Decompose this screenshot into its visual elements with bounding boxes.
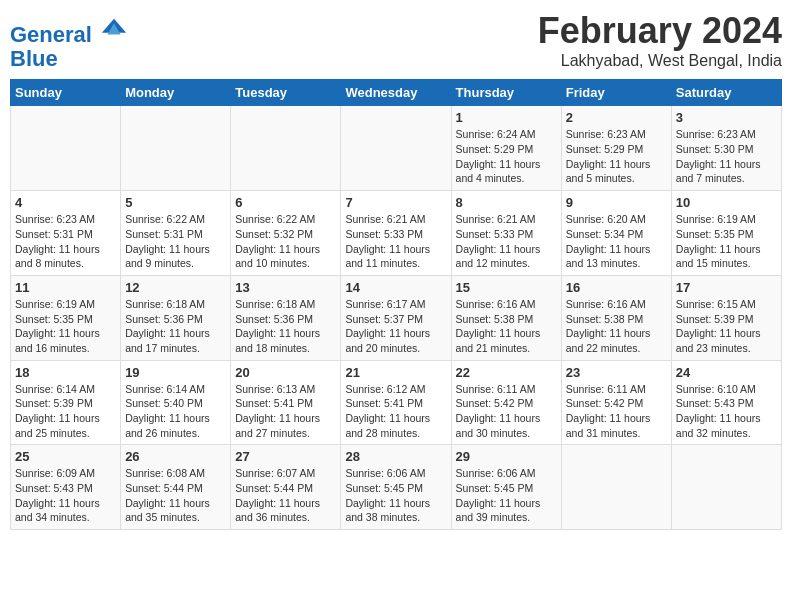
calendar-week-1: 4Sunrise: 6:23 AM Sunset: 5:31 PM Daylig…	[11, 191, 782, 276]
calendar-cell	[671, 445, 781, 530]
day-info: Sunrise: 6:21 AM Sunset: 5:33 PM Dayligh…	[456, 212, 557, 271]
day-number: 11	[15, 280, 116, 295]
day-info: Sunrise: 6:19 AM Sunset: 5:35 PM Dayligh…	[15, 297, 116, 356]
day-number: 2	[566, 110, 667, 125]
calendar-cell: 28Sunrise: 6:06 AM Sunset: 5:45 PM Dayli…	[341, 445, 451, 530]
calendar-cell: 29Sunrise: 6:06 AM Sunset: 5:45 PM Dayli…	[451, 445, 561, 530]
calendar-cell: 19Sunrise: 6:14 AM Sunset: 5:40 PM Dayli…	[121, 360, 231, 445]
calendar-cell: 17Sunrise: 6:15 AM Sunset: 5:39 PM Dayli…	[671, 275, 781, 360]
day-info: Sunrise: 6:13 AM Sunset: 5:41 PM Dayligh…	[235, 382, 336, 441]
logo-general: General	[10, 22, 92, 47]
day-number: 10	[676, 195, 777, 210]
calendar-week-0: 1Sunrise: 6:24 AM Sunset: 5:29 PM Daylig…	[11, 106, 782, 191]
weekday-header-sunday: Sunday	[11, 80, 121, 106]
day-number: 27	[235, 449, 336, 464]
calendar-cell: 22Sunrise: 6:11 AM Sunset: 5:42 PM Dayli…	[451, 360, 561, 445]
day-info: Sunrise: 6:10 AM Sunset: 5:43 PM Dayligh…	[676, 382, 777, 441]
calendar-cell: 6Sunrise: 6:22 AM Sunset: 5:32 PM Daylig…	[231, 191, 341, 276]
day-info: Sunrise: 6:11 AM Sunset: 5:42 PM Dayligh…	[456, 382, 557, 441]
day-info: Sunrise: 6:08 AM Sunset: 5:44 PM Dayligh…	[125, 466, 226, 525]
calendar-cell: 13Sunrise: 6:18 AM Sunset: 5:36 PM Dayli…	[231, 275, 341, 360]
day-number: 22	[456, 365, 557, 380]
day-info: Sunrise: 6:15 AM Sunset: 5:39 PM Dayligh…	[676, 297, 777, 356]
day-info: Sunrise: 6:07 AM Sunset: 5:44 PM Dayligh…	[235, 466, 336, 525]
calendar-cell: 23Sunrise: 6:11 AM Sunset: 5:42 PM Dayli…	[561, 360, 671, 445]
day-info: Sunrise: 6:23 AM Sunset: 5:29 PM Dayligh…	[566, 127, 667, 186]
calendar-cell	[561, 445, 671, 530]
day-info: Sunrise: 6:23 AM Sunset: 5:30 PM Dayligh…	[676, 127, 777, 186]
page-header: General Blue February 2024 Lakhyabad, We…	[10, 10, 782, 71]
weekday-header-row: SundayMondayTuesdayWednesdayThursdayFrid…	[11, 80, 782, 106]
logo-blue: Blue	[10, 47, 128, 71]
calendar-cell: 1Sunrise: 6:24 AM Sunset: 5:29 PM Daylig…	[451, 106, 561, 191]
logo: General Blue	[10, 14, 128, 71]
calendar-cell: 16Sunrise: 6:16 AM Sunset: 5:38 PM Dayli…	[561, 275, 671, 360]
calendar-cell: 26Sunrise: 6:08 AM Sunset: 5:44 PM Dayli…	[121, 445, 231, 530]
day-info: Sunrise: 6:20 AM Sunset: 5:34 PM Dayligh…	[566, 212, 667, 271]
day-number: 7	[345, 195, 446, 210]
calendar-cell: 5Sunrise: 6:22 AM Sunset: 5:31 PM Daylig…	[121, 191, 231, 276]
day-number: 1	[456, 110, 557, 125]
calendar-cell: 21Sunrise: 6:12 AM Sunset: 5:41 PM Dayli…	[341, 360, 451, 445]
calendar-cell: 18Sunrise: 6:14 AM Sunset: 5:39 PM Dayli…	[11, 360, 121, 445]
calendar-cell	[231, 106, 341, 191]
day-number: 6	[235, 195, 336, 210]
calendar-week-2: 11Sunrise: 6:19 AM Sunset: 5:35 PM Dayli…	[11, 275, 782, 360]
day-info: Sunrise: 6:11 AM Sunset: 5:42 PM Dayligh…	[566, 382, 667, 441]
day-info: Sunrise: 6:16 AM Sunset: 5:38 PM Dayligh…	[566, 297, 667, 356]
day-number: 3	[676, 110, 777, 125]
calendar-cell: 12Sunrise: 6:18 AM Sunset: 5:36 PM Dayli…	[121, 275, 231, 360]
calendar-cell	[341, 106, 451, 191]
calendar-cell: 9Sunrise: 6:20 AM Sunset: 5:34 PM Daylig…	[561, 191, 671, 276]
weekday-header-friday: Friday	[561, 80, 671, 106]
day-number: 16	[566, 280, 667, 295]
calendar-cell: 24Sunrise: 6:10 AM Sunset: 5:43 PM Dayli…	[671, 360, 781, 445]
day-number: 20	[235, 365, 336, 380]
logo-icon	[100, 14, 128, 42]
weekday-header-saturday: Saturday	[671, 80, 781, 106]
day-info: Sunrise: 6:14 AM Sunset: 5:39 PM Dayligh…	[15, 382, 116, 441]
day-number: 21	[345, 365, 446, 380]
day-number: 25	[15, 449, 116, 464]
page-subtitle: Lakhyabad, West Bengal, India	[538, 52, 782, 70]
day-info: Sunrise: 6:09 AM Sunset: 5:43 PM Dayligh…	[15, 466, 116, 525]
day-info: Sunrise: 6:14 AM Sunset: 5:40 PM Dayligh…	[125, 382, 226, 441]
calendar-cell: 10Sunrise: 6:19 AM Sunset: 5:35 PM Dayli…	[671, 191, 781, 276]
day-number: 28	[345, 449, 446, 464]
day-info: Sunrise: 6:06 AM Sunset: 5:45 PM Dayligh…	[456, 466, 557, 525]
day-number: 12	[125, 280, 226, 295]
calendar-cell	[11, 106, 121, 191]
page-title: February 2024	[538, 10, 782, 52]
day-number: 13	[235, 280, 336, 295]
day-info: Sunrise: 6:22 AM Sunset: 5:32 PM Dayligh…	[235, 212, 336, 271]
day-number: 14	[345, 280, 446, 295]
day-number: 29	[456, 449, 557, 464]
calendar-cell: 2Sunrise: 6:23 AM Sunset: 5:29 PM Daylig…	[561, 106, 671, 191]
calendar-table: SundayMondayTuesdayWednesdayThursdayFrid…	[10, 79, 782, 530]
calendar-cell: 8Sunrise: 6:21 AM Sunset: 5:33 PM Daylig…	[451, 191, 561, 276]
calendar-cell: 20Sunrise: 6:13 AM Sunset: 5:41 PM Dayli…	[231, 360, 341, 445]
day-info: Sunrise: 6:19 AM Sunset: 5:35 PM Dayligh…	[676, 212, 777, 271]
day-info: Sunrise: 6:18 AM Sunset: 5:36 PM Dayligh…	[125, 297, 226, 356]
calendar-cell	[121, 106, 231, 191]
day-number: 19	[125, 365, 226, 380]
calendar-cell: 11Sunrise: 6:19 AM Sunset: 5:35 PM Dayli…	[11, 275, 121, 360]
day-number: 8	[456, 195, 557, 210]
day-info: Sunrise: 6:18 AM Sunset: 5:36 PM Dayligh…	[235, 297, 336, 356]
calendar-cell: 3Sunrise: 6:23 AM Sunset: 5:30 PM Daylig…	[671, 106, 781, 191]
day-info: Sunrise: 6:06 AM Sunset: 5:45 PM Dayligh…	[345, 466, 446, 525]
day-number: 23	[566, 365, 667, 380]
calendar-cell: 4Sunrise: 6:23 AM Sunset: 5:31 PM Daylig…	[11, 191, 121, 276]
weekday-header-tuesday: Tuesday	[231, 80, 341, 106]
calendar-cell: 14Sunrise: 6:17 AM Sunset: 5:37 PM Dayli…	[341, 275, 451, 360]
day-number: 9	[566, 195, 667, 210]
day-info: Sunrise: 6:12 AM Sunset: 5:41 PM Dayligh…	[345, 382, 446, 441]
calendar-cell: 7Sunrise: 6:21 AM Sunset: 5:33 PM Daylig…	[341, 191, 451, 276]
calendar-cell: 25Sunrise: 6:09 AM Sunset: 5:43 PM Dayli…	[11, 445, 121, 530]
calendar-week-4: 25Sunrise: 6:09 AM Sunset: 5:43 PM Dayli…	[11, 445, 782, 530]
day-number: 18	[15, 365, 116, 380]
day-number: 5	[125, 195, 226, 210]
day-number: 4	[15, 195, 116, 210]
day-number: 24	[676, 365, 777, 380]
calendar-cell: 27Sunrise: 6:07 AM Sunset: 5:44 PM Dayli…	[231, 445, 341, 530]
